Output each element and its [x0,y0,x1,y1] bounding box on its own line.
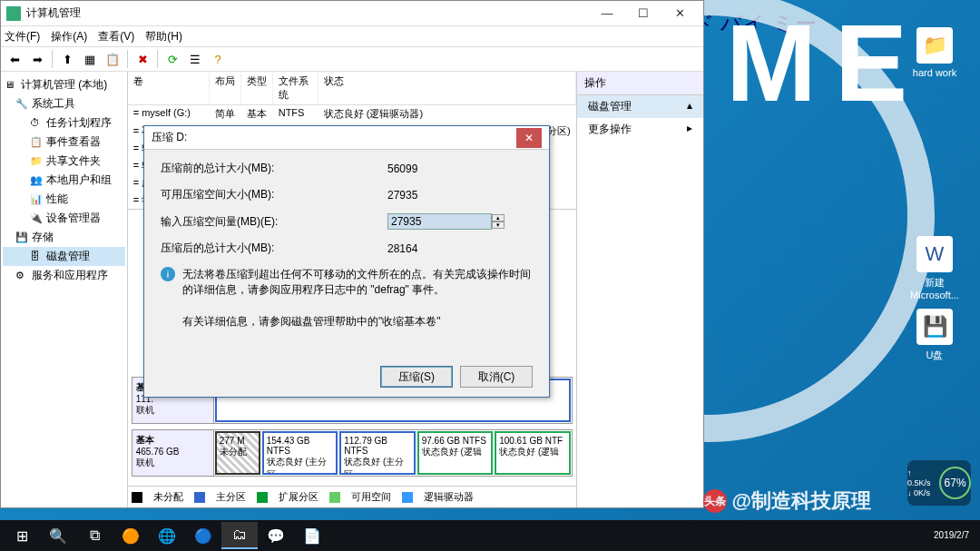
network-widget[interactable]: ↑ 0.5K/s ↓ 0K/s 67% [907,460,971,506]
system-tray[interactable]: 2019/2/7 [934,530,976,541]
tree-eventviewer[interactable]: 📋事件查看器 [3,133,125,152]
menu-view[interactable]: 查看(V) [98,29,134,44]
app-icon [6,6,21,21]
up-button[interactable]: ⬆ [57,49,77,69]
desktop-icon-word[interactable]: W 新建 Microsoft... [907,236,962,300]
usb-icon: 💾 [916,309,953,345]
taskbar-app-2[interactable]: 🌐 [149,522,185,549]
cancel-button[interactable]: 取消(C) [460,366,533,388]
dialog-title-text: 压缩 D: [152,130,187,145]
avail-size-value: 27935 [387,189,505,202]
col-type[interactable]: 类型 [241,72,273,104]
partition[interactable]: 112.79 GB NTFS状态良好 (主分区 [339,431,415,475]
folder-icon: 📁 [916,27,953,64]
titlebar: 计算机管理 — ☐ ✕ [1,1,703,26]
taskbar-app-4[interactable]: 🗂 [221,522,258,549]
back-button[interactable]: ⬅ [5,49,24,69]
close-button[interactable]: ✕ [662,2,698,25]
input-size-label: 输入压缩空间量(MB)(E): [161,214,387,230]
word-icon: W [916,236,953,272]
maximize-button[interactable]: ☐ [625,2,662,25]
before-size-value: 56099 [387,162,505,175]
dialog-close-button[interactable]: ✕ [516,128,542,148]
desktop-icon-hardwork[interactable]: 📁 hard work [907,27,962,78]
col-fs[interactable]: 文件系统 [273,72,318,104]
properties-button[interactable]: 📋 [103,49,122,69]
after-size-label: 压缩后的总计大小(MB): [161,241,387,256]
col-status[interactable]: 状态 [318,72,576,104]
info-text-1: 无法将卷压缩到超出任何不可移动的文件所在的点。有关完成该操作时间的详细信息，请参… [182,267,533,298]
partition[interactable]: 277 M未分配 [215,431,260,475]
toolbar: ⬅ ➡ ⬆ ▦ 📋 ✖ ⟳ ☰ ? [1,46,703,72]
actions-diskmgmt[interactable]: 磁盘管理▴ [577,95,703,118]
list-button[interactable]: ☰ [185,49,205,69]
legend: 未分配 主分区 扩展分区 可用空间 逻辑驱动器 [128,486,576,507]
taskbar-taskview[interactable]: ⧉ [76,522,113,549]
taskbar-app-5[interactable]: 💬 [258,522,294,549]
tree-diskmgmt[interactable]: 🗄磁盘管理 [3,247,125,266]
spin-up[interactable]: ▴ [492,214,505,221]
watermark: 头条 @制造科技原理 [703,487,871,515]
actions-panel: 操作 磁盘管理▴ 更多操作▸ [577,72,703,507]
tree-devmgr[interactable]: 🔌设备管理器 [3,209,125,228]
start-button[interactable]: ⊞ [4,522,40,549]
spinner[interactable]: ▴▾ [492,214,505,229]
delete-button[interactable]: ✖ [132,49,152,69]
tree-tasksched[interactable]: ⏱任务计划程序 [3,113,125,133]
tree-shared[interactable]: 📁共享文件夹 [3,152,125,171]
taskbar-app-3[interactable]: 🔵 [185,522,221,549]
partition[interactable]: 97.66 GB NTFS状态良好 (逻辑 [417,431,493,475]
window-title: 计算机管理 [26,5,81,21]
show-hide-button[interactable]: ▦ [80,49,100,69]
disk-row-1: 基本465.76 GB联机 277 M未分配154.43 GB NTFS状态良好… [132,429,573,477]
menu-help[interactable]: 帮助(H) [145,29,182,44]
menubar: 文件(F) 操作(A) 查看(V) 帮助(H) [1,26,703,46]
taskbar-search[interactable]: 🔍 [40,522,76,549]
actions-header: 操作 [577,72,703,95]
tree-storage[interactable]: 💾存储 [3,228,125,247]
shrink-dialog: 压缩 D: ✕ 压缩前的总计大小(MB): 56099 可用压缩空间大小(MB)… [143,125,550,398]
taskbar-app-1[interactable]: 🟠 [113,522,149,549]
tree-services[interactable]: ⚙服务和应用程序 [3,266,125,285]
partition[interactable]: 154.43 GB NTFS状态良好 (主分区 [262,431,338,475]
legend-ext: 扩展分区 [279,490,318,504]
menu-action[interactable]: 操作(A) [51,29,87,44]
watermark-icon: 头条 [703,489,727,513]
legend-free: 可用空间 [351,490,391,504]
info-icon: i [161,267,175,281]
tree-users[interactable]: 👥本地用户和组 [3,171,125,190]
forward-button[interactable]: ➡ [27,49,47,69]
tree-root[interactable]: 🖥计算机管理 (本地) [3,75,125,94]
tree-perf[interactable]: 📊性能 [3,190,125,209]
avail-size-label: 可用压缩空间大小(MB): [161,187,387,202]
partition[interactable]: 100.61 GB NTF状态良好 (逻辑 [495,431,570,475]
disk-label-1: 基本465.76 GB联机 [132,430,214,476]
refresh-button[interactable]: ⟳ [162,49,182,69]
minimize-button[interactable]: — [589,2,625,25]
shrink-button[interactable]: 压缩(S) [380,366,453,388]
legend-logical: 逻辑驱动器 [424,490,474,504]
actions-more[interactable]: 更多操作▸ [577,118,703,141]
nav-tree: 🖥计算机管理 (本地) 🔧系统工具 ⏱任务计划程序 📋事件查看器 📁共享文件夹 … [1,72,128,507]
dialog-titlebar: 压缩 D: ✕ [144,126,549,150]
taskbar-app-6[interactable]: 📄 [294,522,330,549]
spin-down[interactable]: ▾ [492,221,505,229]
menu-file[interactable]: 文件(F) [5,29,40,44]
shrink-amount-input[interactable] [387,213,492,230]
after-size-value: 28164 [387,242,505,255]
col-volume[interactable]: 卷 [128,72,210,104]
clock[interactable]: 2019/2/7 [934,530,969,541]
legend-primary: 主分区 [216,490,246,504]
taskbar: ⊞ 🔍 ⧉ 🟠 🌐 🔵 🗂 💬 📄 2019/2/7 [0,520,980,551]
help-button[interactable]: ? [208,49,228,69]
tree-systools[interactable]: 🔧系统工具 [3,94,125,113]
before-size-label: 压缩前的总计大小(MB): [161,161,387,176]
legend-unalloc: 未分配 [153,490,183,504]
col-layout[interactable]: 布局 [210,72,241,104]
volume-row[interactable]: = myself (G:)简单基本NTFS状态良好 (逻辑驱动器) [128,105,576,123]
info-text-2: 有关详细信息，请参阅磁盘管理帮助中的"收缩基本卷" [182,314,441,330]
desktop-icon-udisk[interactable]: 💾 U盘 [907,309,962,362]
net-percent: 67% [939,467,971,499]
